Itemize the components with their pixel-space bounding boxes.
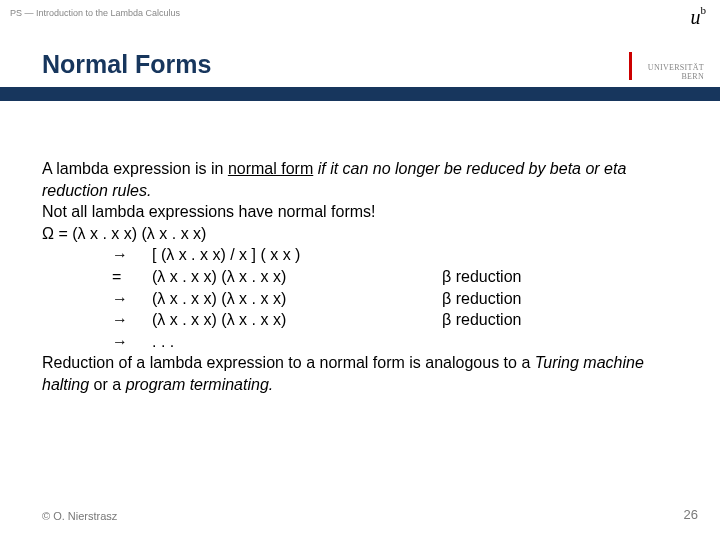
arrow-cell: →	[42, 309, 152, 331]
arrow-cell: →	[42, 331, 152, 353]
arrow-cell: =	[42, 266, 152, 288]
breadcrumb: PS — Introduction to the Lambda Calculus	[10, 8, 180, 18]
page-title: Normal Forms	[0, 50, 720, 87]
logo-b: b	[701, 4, 706, 16]
note-cell: β reduction	[442, 288, 678, 310]
note-cell	[442, 331, 678, 353]
expr-cell: (λ x . x x) (λ x . x x)	[152, 309, 442, 331]
expr-cell: (λ x . x x) (λ x . x x)	[152, 266, 442, 288]
logo-u: u	[691, 6, 700, 28]
arrow-cell: →	[42, 244, 152, 266]
reduction-row: → [ (λ x . x x) / x ] ( x x )	[42, 244, 678, 266]
reduction-row: → (λ x . x x) (λ x . x x) β reduction	[42, 288, 678, 310]
title-block: Normal Forms	[0, 50, 720, 101]
reduction-row: → . . .	[42, 331, 678, 353]
reduction-row: → (λ x . x x) (λ x . x x) β reduction	[42, 309, 678, 331]
p1-term: normal form	[228, 160, 313, 177]
footer-page-number: 26	[684, 507, 698, 522]
paragraph-2: Not all lambda expressions have normal f…	[42, 201, 678, 223]
arrow-cell: →	[42, 288, 152, 310]
footer-copyright: © O. Nierstrasz	[42, 510, 117, 522]
paragraph-1: A lambda expression is in normal form if…	[42, 158, 678, 201]
expr-cell: [ (λ x . x x) / x ] ( x x )	[152, 244, 442, 266]
logo-mark: ub	[648, 6, 704, 29]
note-cell	[442, 244, 678, 266]
paragraph-3: Reduction of a lambda expression to a no…	[42, 352, 678, 395]
omega-definition: Ω = (λ x . x x) (λ x . x x)	[42, 223, 678, 245]
reduction-row: = (λ x . x x) (λ x . x x) β reduction	[42, 266, 678, 288]
p3-a: Reduction of a lambda expression to a no…	[42, 354, 535, 371]
note-cell: β reduction	[442, 266, 678, 288]
p3-d: program terminating.	[126, 376, 274, 393]
expr-cell: . . .	[152, 331, 442, 353]
title-rule	[0, 87, 720, 101]
slide-body: A lambda expression is in normal form if…	[42, 158, 678, 396]
p3-c: or a	[89, 376, 125, 393]
p1-lead: A lambda expression is in	[42, 160, 228, 177]
expr-cell: (λ x . x x) (λ x . x x)	[152, 288, 442, 310]
note-cell: β reduction	[442, 309, 678, 331]
